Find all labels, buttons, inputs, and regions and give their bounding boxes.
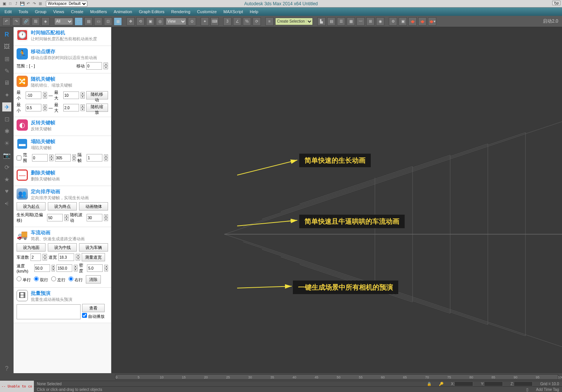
key-icon[interactable]: 🔑 <box>439 382 443 386</box>
anglesnap-tool[interactable]: ∠ <box>233 17 241 26</box>
period-input[interactable] <box>47 214 63 221</box>
redo-icon[interactable]: ↷ <box>32 1 37 6</box>
pivot-tool[interactable]: ⊙ <box>188 17 196 26</box>
layers-tool[interactable]: ☰ <box>337 17 345 26</box>
random-move-button[interactable]: 随机移动 <box>86 91 108 99</box>
select-rect-tool[interactable]: ▭ <box>94 17 102 26</box>
range-checkbox[interactable] <box>17 156 21 160</box>
menu-help[interactable]: Help <box>250 9 259 14</box>
menu-customize[interactable]: Customize <box>197 9 217 14</box>
preview-listbox[interactable] <box>17 304 81 319</box>
heart-icon[interactable]: ♥ <box>2 187 11 196</box>
material-tool[interactable]: ◉ <box>376 17 384 26</box>
view-button[interactable]: 查看 <box>82 304 105 312</box>
schematic-tool[interactable]: ⊞ <box>366 17 375 26</box>
renderframe-tool[interactable]: ▣ <box>399 17 407 26</box>
y-input[interactable] <box>484 381 503 386</box>
mirror-tool[interactable]: ▙ <box>317 17 326 26</box>
ribbon-r-icon[interactable]: R <box>2 30 11 39</box>
viewport[interactable] <box>111 27 562 373</box>
rotate-tool[interactable]: ⟲ <box>136 17 145 26</box>
unlink-tool[interactable]: ⛓ <box>32 17 40 26</box>
rendersetup-tool[interactable]: ⚙ <box>389 17 397 26</box>
redo-tool[interactable]: ↷ <box>12 17 20 26</box>
double-radio[interactable] <box>34 276 39 281</box>
menu-rendering[interactable]: Rendering <box>171 9 190 14</box>
lock-icon[interactable]: 🔒 <box>427 382 431 386</box>
menu-views[interactable]: Views <box>53 9 64 14</box>
menu-maxscript[interactable]: MAXScript <box>224 9 243 14</box>
select-name-tool[interactable]: ▤ <box>84 17 93 26</box>
namesel-tool[interactable]: ≡ <box>265 17 274 26</box>
add-time-tag[interactable]: Add Time Tag <box>536 387 559 392</box>
anim-obj-button[interactable]: 动画物体 <box>79 202 108 210</box>
left-radio[interactable] <box>51 276 56 281</box>
bind-tool[interactable]: ◈ <box>41 17 50 26</box>
right-radio[interactable] <box>69 276 73 281</box>
keyboard-tool[interactable]: ⌨ <box>210 17 219 26</box>
clear-button[interactable]: 清除 <box>86 275 101 284</box>
project-icon[interactable]: ⊞ <box>38 1 43 6</box>
render-tool[interactable]: 🫖 <box>408 17 417 26</box>
width-input[interactable] <box>58 253 74 261</box>
undo-icon[interactable]: ↶ <box>26 1 31 6</box>
menu-create[interactable]: Create <box>71 9 83 14</box>
layermgr-tool[interactable]: ▦ <box>347 17 355 26</box>
set-end-button[interactable]: 设为终点 <box>48 202 77 210</box>
menu-grapheditors[interactable]: Graph Editors <box>139 9 164 14</box>
filter-select[interactable]: All <box>54 18 73 25</box>
r1-input[interactable] <box>32 154 48 162</box>
menu-group[interactable]: Group <box>35 9 47 14</box>
group-icon[interactable]: ⊡ <box>2 114 11 124</box>
save-icon[interactable]: 💾 <box>20 1 25 6</box>
share-icon[interactable]: ⪪ <box>2 199 11 208</box>
sun-icon[interactable]: ☀ <box>2 139 11 148</box>
asterisk-icon[interactable]: ✱ <box>2 127 11 136</box>
timeline-track[interactable]: 0510152025303540455055606570758085909510… <box>115 374 558 380</box>
min-input[interactable] <box>26 92 41 99</box>
tag-icon[interactable]: ▯ <box>526 387 528 392</box>
link-tool[interactable]: 🔗 <box>22 17 30 26</box>
spinner-tool[interactable]: ⟳ <box>253 17 261 26</box>
set-vehicle-button[interactable]: 设为车辆 <box>79 243 108 252</box>
single-radio[interactable] <box>17 276 21 281</box>
image-icon[interactable]: 🖼 <box>2 42 11 51</box>
lanes-input[interactable] <box>30 253 41 261</box>
selset-select[interactable]: Create Selection Set <box>275 18 313 25</box>
x-input[interactable] <box>454 381 473 386</box>
move-tool[interactable]: ✥ <box>126 17 135 26</box>
density-input[interactable] <box>87 264 103 272</box>
snap-tool[interactable]: 3 <box>223 17 232 26</box>
align-tool[interactable]: ▤ <box>327 17 335 26</box>
speed2-input[interactable] <box>56 264 72 272</box>
select-tool[interactable]: ⬚ <box>75 17 83 26</box>
move-input[interactable] <box>86 62 102 70</box>
percentsnap-tool[interactable]: % <box>243 17 251 26</box>
menu-edit[interactable]: Edit <box>5 9 12 14</box>
max-input[interactable] <box>63 92 79 99</box>
startup-button[interactable]: 启动2.0 <box>543 18 558 24</box>
open-icon[interactable]: ⤴ <box>14 1 19 6</box>
random-scale-button[interactable]: 随机缩放 <box>86 104 108 112</box>
workspace-select[interactable]: Workspace: Default <box>46 1 87 7</box>
measure-button[interactable]: 测量道宽 <box>82 253 105 261</box>
scale-tool[interactable]: ▣ <box>146 17 154 26</box>
sparkle-icon[interactable]: ✦ <box>2 90 11 99</box>
autoplay-checkbox[interactable] <box>82 313 87 318</box>
camera-icon[interactable]: 📷 <box>2 151 11 160</box>
refresh-icon[interactable]: ⟳ <box>2 163 11 172</box>
select-window-tool[interactable]: ⊡ <box>104 17 112 26</box>
new-icon[interactable]: □ <box>8 1 13 6</box>
tips-tag[interactable]: Typ <box>552 1 560 5</box>
every-input[interactable] <box>87 154 102 162</box>
select-crossing-tool[interactable]: ▦ <box>114 17 122 26</box>
spinner[interactable]: ▴▾ <box>104 63 108 69</box>
set-centerline-button[interactable]: 设为中线 <box>48 243 77 252</box>
timeline[interactable]: 0510152025303540455055606570758085909510… <box>111 373 562 381</box>
menu-tools[interactable]: Tools <box>18 9 28 14</box>
set-start-button[interactable]: 设为起点 <box>17 202 46 210</box>
renderiter-tool[interactable]: 🫖▾ <box>428 17 436 26</box>
set-ground-button[interactable]: 设为地面 <box>17 243 46 252</box>
edit-icon[interactable]: ✎ <box>2 66 11 75</box>
undo-tool[interactable]: ↶ <box>2 17 11 26</box>
